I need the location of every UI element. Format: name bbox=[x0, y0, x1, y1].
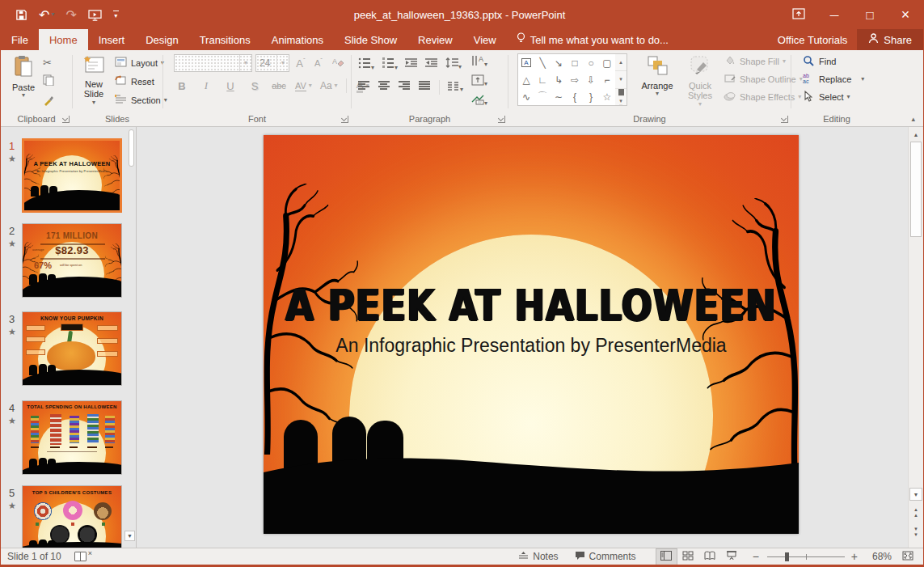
underline-button[interactable]: U bbox=[222, 77, 238, 95]
tab-design[interactable]: Design bbox=[135, 29, 188, 50]
shapes-gallery-more-button[interactable]: ▾ bbox=[615, 89, 627, 105]
shape-star[interactable]: ☆ bbox=[603, 91, 612, 103]
maximize-button[interactable]: □ bbox=[852, 0, 888, 29]
shape-right-brace[interactable]: } bbox=[589, 91, 593, 103]
justify-button[interactable] bbox=[419, 79, 432, 95]
drawing-dialog-launcher[interactable] bbox=[781, 116, 788, 123]
font-name-combobox[interactable]: ▾ bbox=[174, 54, 252, 72]
shapes-scroll-down-button[interactable]: ▾ bbox=[615, 71, 627, 88]
undo-button[interactable]: ↶ ▾ bbox=[39, 7, 54, 23]
shape-scribble[interactable]: ∿ bbox=[522, 91, 530, 103]
shape-corner[interactable]: ⌐ bbox=[604, 74, 610, 86]
thumbnail-panel-scroll-down-button[interactable]: ▼ bbox=[124, 531, 135, 541]
shape-line[interactable]: ╲ bbox=[539, 57, 545, 69]
slide-thumbnail-2[interactable]: 171 MILLION average $82.93 67% will be s… bbox=[22, 223, 122, 298]
align-center-button[interactable] bbox=[378, 79, 391, 95]
increase-font-size-button[interactable]: Aˆ bbox=[293, 54, 309, 72]
text-shadow-button[interactable]: S bbox=[247, 77, 263, 95]
shape-left-brace[interactable]: { bbox=[573, 91, 576, 103]
reading-view-button[interactable] bbox=[699, 548, 721, 565]
shape-elbow-connector[interactable]: ∟ bbox=[538, 74, 547, 86]
select-button[interactable]: Select ▾ bbox=[803, 91, 864, 104]
spell-check-button[interactable]: × bbox=[74, 552, 92, 561]
scrollbar-thumb[interactable] bbox=[910, 142, 922, 237]
decrease-font-size-button[interactable]: Aˇ bbox=[310, 54, 327, 72]
share-button[interactable]: Share bbox=[857, 29, 923, 50]
slide-counter[interactable]: Slide 1 of 10 bbox=[7, 551, 61, 562]
slide-show-view-button[interactable] bbox=[721, 548, 743, 565]
italic-button[interactable]: I bbox=[198, 77, 214, 95]
shape-arrow[interactable]: ↘ bbox=[555, 57, 563, 69]
zoom-percentage[interactable]: 68% bbox=[863, 551, 892, 562]
shape-triangle[interactable]: △ bbox=[522, 74, 530, 86]
close-button[interactable]: × bbox=[888, 0, 923, 29]
shape-right-arrow[interactable]: ⇨ bbox=[571, 74, 579, 86]
zoom-slider-thumb[interactable] bbox=[785, 552, 789, 561]
numbering-button[interactable]: ▾ bbox=[382, 57, 398, 73]
notes-button[interactable]: Notes bbox=[510, 548, 566, 565]
shape-oval[interactable]: ○ bbox=[588, 57, 593, 69]
align-text-button[interactable]: ▾ bbox=[471, 74, 487, 89]
increase-indent-button[interactable] bbox=[425, 57, 438, 72]
next-slide-button[interactable]: ▼▼ bbox=[909, 525, 922, 539]
comments-button[interactable]: Comments bbox=[567, 548, 644, 565]
shapes-gallery[interactable]: A ╲ ↘ □ ○ ▢ △ ∟ ↳ ⇨ ⇩ ⌐ ∿ ⌒ ∼ { } ☆ bbox=[517, 53, 616, 106]
slide-thumbnail-1[interactable]: A PEEK AT HALLOWEEN An Infographic Prese… bbox=[22, 138, 122, 213]
character-spacing-button[interactable]: AV▾ bbox=[295, 77, 312, 95]
shape-down-arrow[interactable]: ⇩ bbox=[587, 74, 595, 86]
quick-styles-button[interactable]: Quick Styles ▾ bbox=[681, 55, 719, 108]
shape-rectangle[interactable]: □ bbox=[572, 57, 577, 69]
previous-slide-button[interactable]: ▲▲ bbox=[909, 506, 922, 520]
align-right-button[interactable] bbox=[399, 79, 411, 95]
replace-button[interactable]: abac Replace ▾ bbox=[803, 73, 864, 86]
tab-review[interactable]: Review bbox=[407, 29, 463, 50]
slide-subtitle-textbox[interactable]: An Infographic Presentation by Presenter… bbox=[264, 335, 799, 357]
find-button[interactable]: Find bbox=[803, 55, 864, 68]
tab-animations[interactable]: Animations bbox=[261, 29, 334, 50]
paragraph-dialog-launcher[interactable] bbox=[498, 116, 505, 123]
align-left-button[interactable] bbox=[358, 79, 371, 95]
tab-transitions[interactable]: Transitions bbox=[189, 29, 261, 50]
ribbon-display-options-button[interactable] bbox=[781, 0, 816, 29]
customize-qat-button[interactable]: ▾ bbox=[113, 11, 119, 19]
format-painter-button[interactable] bbox=[43, 95, 56, 109]
tab-home[interactable]: Home bbox=[39, 29, 88, 50]
slide-title-textbox[interactable]: A PEEK AT HALLOWEEN bbox=[264, 280, 799, 331]
start-from-beginning-button[interactable] bbox=[88, 9, 102, 21]
normal-view-button[interactable] bbox=[656, 548, 677, 565]
paste-button[interactable]: Paste ▾ bbox=[7, 55, 40, 99]
cut-button[interactable]: ✂ bbox=[43, 57, 56, 69]
clear-formatting-button[interactable]: A bbox=[331, 54, 347, 72]
convert-to-smartart-button[interactable]: ▾ bbox=[471, 94, 487, 108]
slide-thumbnail-5[interactable]: TOP 5 CHILDREN'S COSTUMES bbox=[22, 485, 122, 548]
arrange-button[interactable]: Arrange ▾ bbox=[636, 55, 678, 97]
tab-file[interactable]: File bbox=[1, 29, 39, 50]
zoom-slider[interactable] bbox=[767, 548, 845, 565]
section-button[interactable]: Section ▾ bbox=[115, 94, 167, 107]
line-spacing-button[interactable]: ▾ bbox=[445, 57, 462, 72]
redo-button[interactable]: ↷ bbox=[65, 7, 76, 23]
collapse-ribbon-button[interactable]: ▴ bbox=[911, 115, 915, 123]
bullets-button[interactable]: ▾ bbox=[358, 57, 374, 73]
shape-textbox[interactable]: A bbox=[521, 58, 530, 67]
tab-slide-show[interactable]: Slide Show bbox=[334, 29, 407, 50]
shape-arc[interactable]: ⌒ bbox=[538, 90, 547, 104]
change-case-button[interactable]: Aa▾ bbox=[320, 77, 338, 95]
tab-insert[interactable]: Insert bbox=[88, 29, 136, 50]
shape-elbow-arrow-connector[interactable]: ↳ bbox=[555, 74, 563, 86]
fit-slide-to-window-button[interactable] bbox=[897, 548, 918, 565]
new-slide-button[interactable]: New Slide ▾ bbox=[76, 55, 112, 106]
scroll-down-button[interactable]: ▼ bbox=[909, 488, 922, 501]
zoom-in-button[interactable]: + bbox=[850, 550, 863, 563]
layout-button[interactable]: Layout ▾ bbox=[115, 57, 167, 70]
save-button[interactable] bbox=[15, 9, 27, 21]
reset-button[interactable]: Reset bbox=[115, 75, 167, 88]
shapes-scroll-up-button[interactable]: ▴ bbox=[615, 54, 627, 71]
tell-me-box[interactable]: Tell me what you want to do... bbox=[507, 29, 678, 50]
bold-button[interactable]: B bbox=[174, 77, 190, 95]
scroll-up-button[interactable]: ▲ bbox=[909, 128, 922, 141]
text-direction-button[interactable]: A▾ bbox=[471, 55, 487, 70]
thumbnail-panel-scrollbar-thumb[interactable] bbox=[129, 129, 134, 167]
slide-thumbnail-4[interactable]: TOTAL SPENDING ON HALLOWEEN bbox=[22, 400, 122, 475]
zoom-out-button[interactable]: − bbox=[743, 550, 762, 563]
